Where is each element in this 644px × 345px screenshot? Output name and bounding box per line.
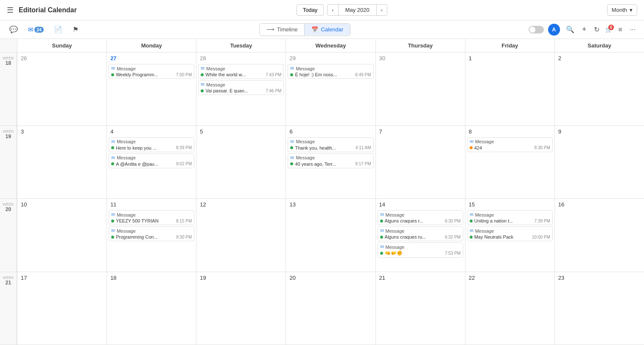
notification-icon-btn[interactable]: 💬 [7, 24, 20, 35]
event-text: 424 [474, 145, 533, 150]
day-cell-12[interactable]: 12 [196, 199, 286, 272]
event-label: Message [117, 66, 136, 71]
date-number-14: 14 [378, 200, 463, 209]
next-arrow[interactable]: › [377, 5, 387, 15]
event-card[interactable]: ✉MessageWhile the world w...7:43 PM [198, 64, 284, 79]
day-cell-29[interactable]: 29✉MessageÉ hoje! :) Em noss...6:49 PM [286, 53, 375, 125]
message-icon: ✉ [380, 244, 384, 250]
event-dot-green [380, 252, 383, 255]
day-cell-23[interactable]: 23 [554, 272, 644, 345]
day-cell-17[interactable]: 17 [17, 272, 106, 345]
list-icon[interactable]: ≡ [616, 24, 624, 35]
event-time: 8:15 PM [176, 219, 192, 223]
day-cell-1[interactable]: 1 [465, 53, 554, 125]
day-cell-30[interactable]: 30 [375, 53, 465, 125]
week-row-2: WEEK1934✉MessageHere to keep you ...8:39… [0, 126, 644, 199]
date-number-11: 11 [109, 200, 194, 209]
today-button[interactable]: Today [297, 4, 324, 16]
event-dot-green [380, 220, 383, 223]
date-number-8: 8 [467, 128, 553, 136]
day-cell-14[interactable]: 14✉MessageAlguns craques r...6:30 PM✉Mes… [375, 199, 465, 272]
day-cell-13[interactable]: 13 [286, 199, 375, 272]
hamburger-icon[interactable]: ☰ [7, 6, 14, 15]
message-icon: ✉ [380, 212, 384, 217]
date-number-28: 28 [198, 54, 284, 62]
day-cell-7[interactable]: 7 [375, 126, 465, 199]
event-label: Message [206, 66, 225, 71]
event-time: 9:02 PM [176, 161, 192, 166]
tab-timeline[interactable]: ⟶ Timeline [260, 24, 305, 35]
day-cell-22[interactable]: 22 [465, 272, 554, 345]
avatar[interactable]: A [548, 24, 560, 36]
more-icon[interactable]: ··· [628, 24, 637, 35]
day-cell-3[interactable]: 3 [17, 126, 106, 199]
event-card[interactable]: ✉Message4248:30 PM [467, 137, 553, 152]
refresh-icon[interactable]: ↻ [592, 24, 601, 35]
day-cell-28[interactable]: 28✉MessageWhile the world w...7:43 PM✉Me… [196, 53, 286, 125]
event-dot-green [111, 162, 114, 165]
date-number-27: 27 [109, 54, 194, 62]
day-cell-10[interactable]: 10 [17, 199, 106, 272]
event-card[interactable]: ✉Message40 years ago, Terr...9:17 PM [288, 153, 373, 168]
tab-calendar[interactable]: 📅 Calendar [305, 24, 350, 35]
event-card[interactable]: ✉MessageUniting a nation t...7:39 PM [467, 210, 553, 225]
day-cell-20[interactable]: 20 [286, 272, 375, 345]
day-cell-16[interactable]: 16 [554, 199, 644, 272]
search-icon[interactable]: 🔍 [564, 24, 576, 35]
speech-bubble-icon: 💬 [9, 25, 18, 33]
date-number-2: 2 [557, 54, 642, 62]
date-number-19: 19 [198, 274, 284, 282]
day-cell-21[interactable]: 21 [375, 272, 465, 345]
event-time: 6:32 PM [445, 235, 460, 239]
event-card[interactable]: ✉MessageÉ hoje! :) Em noss...6:49 PM [288, 64, 373, 79]
date-number-4: 4 [109, 128, 194, 136]
event-card[interactable]: ✉MessageMay Neutrals Pack10:00 PM [467, 226, 553, 241]
event-text: É hoje! :) Em noss... [295, 72, 353, 77]
event-dot-green [111, 220, 114, 223]
day-cell-27[interactable]: 27+✉MessageWeekly Programm...7:00 PM [106, 53, 196, 125]
date-number-18: 18 [109, 274, 194, 282]
event-card[interactable]: ✉MessageThank you, health...4:11 AM [288, 137, 373, 152]
week-row-3: WEEK201011✉MessageYEEZY 500 TYRIAN8:15 P… [0, 199, 644, 272]
add-icon[interactable]: + [580, 23, 588, 36]
toggle-switch[interactable] [529, 26, 544, 33]
document-icon-btn[interactable]: 📄 [51, 24, 65, 35]
week-label-20: WEEK20 [0, 199, 17, 272]
day-cell-9[interactable]: 9 [554, 126, 644, 199]
event-card[interactable]: ✉MessageAlguns craques r...6:30 PM [378, 210, 463, 225]
date-nav: ‹ May 2020 › [327, 4, 387, 16]
event-card[interactable]: ✉Message🤜🤛✊7:53 PM [378, 242, 463, 258]
prev-arrow[interactable]: ‹ [328, 5, 338, 15]
week-label-21: WEEK21 [0, 272, 17, 345]
month-view-selector[interactable]: Month ▾ [607, 4, 637, 16]
event-card[interactable]: ✉MessageWeekly Programm...7:00 PM [109, 64, 194, 79]
event-text: Vai passar. E quan... [205, 88, 264, 93]
event-card[interactable]: ✉MessageA @Anitta e @pau...9:02 PM [109, 153, 194, 168]
day-cell-8[interactable]: 8✉Message4248:30 PM [465, 126, 554, 199]
date-label: May 2020 [338, 5, 377, 15]
day-cell-26[interactable]: 26 [17, 53, 106, 125]
day-cell-15[interactable]: 15✉MessageUniting a nation t...7:39 PM✉M… [465, 199, 554, 272]
event-card[interactable]: ✉MessageHere to keep you ...8:39 PM [109, 137, 194, 152]
day-cell-18[interactable]: 18 [106, 272, 196, 345]
inbox-button[interactable]: ✉ 24 [25, 24, 46, 35]
day-cell-5[interactable]: 5 [196, 126, 286, 199]
event-card[interactable]: ✉MessageYEEZY 500 TYRIAN8:15 PM [109, 210, 194, 225]
cart-notification[interactable]: 🛒 6 [605, 26, 612, 33]
date-number-21: 21 [378, 274, 463, 282]
day-cell-4[interactable]: 4✉MessageHere to keep you ...8:39 PM✉Mes… [106, 126, 196, 199]
event-card[interactable]: ✉MessageAlguns craques ru...6:32 PM [378, 226, 463, 241]
calendar-body: WEEK182627+✉MessageWeekly Programm...7:0… [0, 53, 644, 345]
flag-icon-btn[interactable]: ⚑ [70, 24, 81, 35]
day-cell-19[interactable]: 19 [196, 272, 286, 345]
date-number-30: 30 [378, 54, 463, 62]
event-card[interactable]: ✉MessageVai passar. E quan...7:46 PM [198, 80, 284, 95]
day-cell-11[interactable]: 11✉MessageYEEZY 500 TYRIAN8:15 PM✉Messag… [106, 199, 196, 272]
message-icon: ✉ [201, 66, 204, 71]
event-card[interactable]: ✉MessageProgramming Con...9:30 PM [109, 226, 194, 241]
day-cell-6[interactable]: 6✉MessageThank you, health...4:11 AM✉Mes… [286, 126, 375, 199]
app-title: Editorial Calendar [19, 6, 77, 14]
day-cell-2[interactable]: 2 [554, 53, 644, 125]
date-number-10: 10 [19, 200, 105, 209]
date-number-26: 26 [19, 54, 105, 62]
